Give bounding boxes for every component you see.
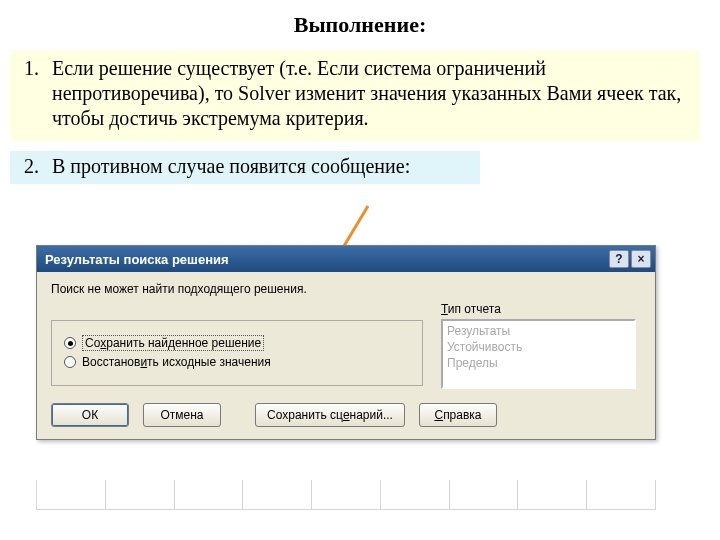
radio-restore-values[interactable]: Восстановить исходные значения xyxy=(64,355,410,369)
ok-button[interactable]: ОК xyxy=(51,403,129,427)
radio-label: Восстановить исходные значения xyxy=(82,355,271,369)
save-scenario-button[interactable]: Сохранить сценарий... xyxy=(255,403,405,427)
dialog-titlebar[interactable]: Результаты поиска решения ? × xyxy=(37,246,655,272)
list-number: 2. xyxy=(24,155,52,178)
list-item: Результаты xyxy=(447,323,630,339)
report-type-listbox[interactable]: Результаты Устойчивость Пределы xyxy=(441,319,636,389)
report-type-label: Тип отчета xyxy=(441,302,641,316)
radio-group: Сохранить найденное решение Восстановить… xyxy=(51,320,423,386)
solver-results-dialog: Результаты поиска решения ? × Поиск не м… xyxy=(36,245,656,440)
help-icon[interactable]: ? xyxy=(609,250,629,268)
list-item: Пределы xyxy=(447,355,630,371)
button-row: ОК Отмена Сохранить сценарий... Справка xyxy=(51,403,641,427)
slide-title: Выполнение: xyxy=(0,0,720,46)
spreadsheet-grid xyxy=(36,480,656,510)
list-item-2: 2. В противном случае появится сообщение… xyxy=(10,151,480,184)
help-button[interactable]: Справка xyxy=(419,403,497,427)
radio-icon xyxy=(64,337,76,349)
list-item-1: 1. Если решение существует (т.е. Если си… xyxy=(10,50,700,141)
radio-label: Сохранить найденное решение xyxy=(82,335,264,351)
list-number: 1. xyxy=(24,56,52,131)
list-text: В противном случае появится сообщение: xyxy=(52,155,472,178)
dialog-message: Поиск не может найти подходящего решения… xyxy=(51,282,641,296)
cancel-button[interactable]: Отмена xyxy=(143,403,221,427)
list-item: Устойчивость xyxy=(447,339,630,355)
dialog-title: Результаты поиска решения xyxy=(45,252,229,267)
list-text: Если решение существует (т.е. Если систе… xyxy=(52,56,690,131)
close-icon[interactable]: × xyxy=(631,250,651,268)
radio-icon xyxy=(64,356,76,368)
radio-keep-solution[interactable]: Сохранить найденное решение xyxy=(64,335,410,351)
